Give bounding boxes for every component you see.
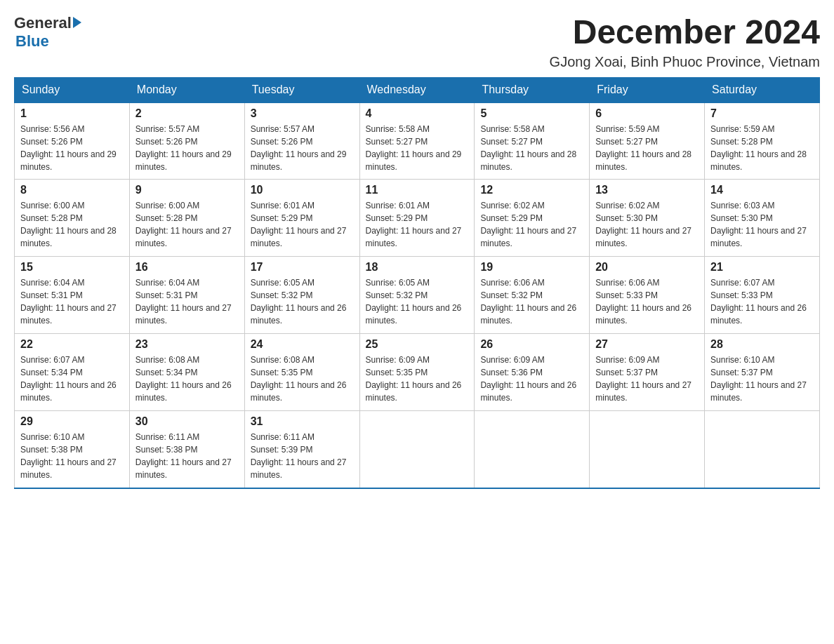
logo-general: General bbox=[14, 14, 72, 32]
day-number: 19 bbox=[480, 261, 583, 274]
day-number: 8 bbox=[20, 184, 124, 196]
day-info: Sunrise: 6:00 AMSunset: 5:28 PMDaylight:… bbox=[135, 199, 239, 250]
day-info: Sunrise: 6:04 AMSunset: 5:31 PMDaylight:… bbox=[135, 276, 239, 327]
calendar-week-row: 1Sunrise: 5:56 AMSunset: 5:26 PMDaylight… bbox=[15, 102, 820, 180]
month-title: December 2024 bbox=[550, 14, 820, 51]
calendar-cell: 4Sunrise: 5:58 AMSunset: 5:27 PMDaylight… bbox=[359, 102, 475, 180]
day-number: 26 bbox=[480, 338, 583, 351]
calendar-cell: 8Sunrise: 6:00 AMSunset: 5:28 PMDaylight… bbox=[15, 180, 130, 257]
calendar-cell: 15Sunrise: 6:04 AMSunset: 5:31 PMDayligh… bbox=[15, 257, 130, 334]
day-info: Sunrise: 6:05 AMSunset: 5:32 PMDaylight:… bbox=[251, 276, 354, 327]
day-number: 31 bbox=[251, 415, 354, 428]
calendar-header-tuesday: Tuesday bbox=[244, 77, 359, 102]
calendar-cell: 17Sunrise: 6:05 AMSunset: 5:32 PMDayligh… bbox=[244, 257, 359, 334]
day-number: 16 bbox=[135, 261, 239, 274]
calendar-cell: 24Sunrise: 6:08 AMSunset: 5:35 PMDayligh… bbox=[244, 334, 359, 411]
day-number: 18 bbox=[366, 261, 469, 274]
day-info: Sunrise: 6:03 AMSunset: 5:30 PMDaylight:… bbox=[710, 199, 814, 250]
day-number: 21 bbox=[710, 261, 814, 274]
location-title: GJong Xoai, Binh Phuoc Province, Vietnam bbox=[550, 54, 820, 70]
day-number: 28 bbox=[710, 338, 814, 351]
calendar-cell: 14Sunrise: 6:03 AMSunset: 5:30 PMDayligh… bbox=[705, 180, 820, 257]
day-number: 10 bbox=[251, 184, 354, 196]
calendar-cell: 22Sunrise: 6:07 AMSunset: 5:34 PMDayligh… bbox=[15, 334, 130, 411]
day-info: Sunrise: 6:04 AMSunset: 5:31 PMDaylight:… bbox=[20, 276, 124, 327]
calendar-cell: 11Sunrise: 6:01 AMSunset: 5:29 PMDayligh… bbox=[359, 180, 475, 257]
calendar-cell: 9Sunrise: 6:00 AMSunset: 5:28 PMDaylight… bbox=[129, 180, 244, 257]
day-info: Sunrise: 6:06 AMSunset: 5:33 PMDaylight:… bbox=[595, 276, 699, 327]
day-info: Sunrise: 6:02 AMSunset: 5:29 PMDaylight:… bbox=[480, 199, 583, 250]
day-info: Sunrise: 5:58 AMSunset: 5:27 PMDaylight:… bbox=[480, 123, 583, 173]
calendar-week-row: 15Sunrise: 6:04 AMSunset: 5:31 PMDayligh… bbox=[15, 257, 820, 334]
day-info: Sunrise: 5:58 AMSunset: 5:27 PMDaylight:… bbox=[366, 123, 469, 173]
calendar-cell: 26Sunrise: 6:09 AMSunset: 5:36 PMDayligh… bbox=[475, 334, 590, 411]
calendar-table: SundayMondayTuesdayWednesdayThursdayFrid… bbox=[14, 77, 820, 489]
calendar-week-row: 22Sunrise: 6:07 AMSunset: 5:34 PMDayligh… bbox=[15, 334, 820, 411]
day-info: Sunrise: 6:05 AMSunset: 5:32 PMDaylight:… bbox=[366, 276, 469, 327]
day-info: Sunrise: 6:10 AMSunset: 5:38 PMDaylight:… bbox=[20, 431, 124, 481]
calendar-cell: 2Sunrise: 5:57 AMSunset: 5:26 PMDaylight… bbox=[129, 102, 244, 180]
day-number: 12 bbox=[480, 184, 583, 196]
calendar-cell: 31Sunrise: 6:11 AMSunset: 5:39 PMDayligh… bbox=[244, 411, 359, 488]
calendar-header-friday: Friday bbox=[590, 77, 705, 102]
calendar-cell: 30Sunrise: 6:11 AMSunset: 5:38 PMDayligh… bbox=[129, 411, 244, 488]
calendar-cell: 28Sunrise: 6:10 AMSunset: 5:37 PMDayligh… bbox=[705, 334, 820, 411]
calendar-cell: 3Sunrise: 5:57 AMSunset: 5:26 PMDaylight… bbox=[244, 102, 359, 180]
day-number: 2 bbox=[135, 107, 239, 120]
logo: General Blue bbox=[14, 14, 81, 51]
day-number: 27 bbox=[595, 338, 699, 351]
calendar-cell: 5Sunrise: 5:58 AMSunset: 5:27 PMDaylight… bbox=[475, 102, 590, 180]
day-info: Sunrise: 5:59 AMSunset: 5:27 PMDaylight:… bbox=[595, 123, 699, 173]
calendar-cell: 19Sunrise: 6:06 AMSunset: 5:32 PMDayligh… bbox=[475, 257, 590, 334]
calendar-cell: 29Sunrise: 6:10 AMSunset: 5:38 PMDayligh… bbox=[15, 411, 130, 488]
day-number: 3 bbox=[251, 107, 354, 120]
calendar-cell: 7Sunrise: 5:59 AMSunset: 5:28 PMDaylight… bbox=[705, 102, 820, 180]
day-number: 9 bbox=[135, 184, 239, 196]
day-info: Sunrise: 6:06 AMSunset: 5:32 PMDaylight:… bbox=[480, 276, 583, 327]
day-info: Sunrise: 6:11 AMSunset: 5:39 PMDaylight:… bbox=[251, 431, 354, 481]
day-info: Sunrise: 6:07 AMSunset: 5:34 PMDaylight:… bbox=[20, 354, 124, 404]
day-number: 17 bbox=[251, 261, 354, 274]
day-number: 25 bbox=[366, 338, 469, 351]
calendar-header-row: SundayMondayTuesdayWednesdayThursdayFrid… bbox=[15, 77, 820, 102]
day-info: Sunrise: 6:02 AMSunset: 5:30 PMDaylight:… bbox=[595, 199, 699, 250]
calendar-cell bbox=[475, 411, 590, 488]
day-info: Sunrise: 5:57 AMSunset: 5:26 PMDaylight:… bbox=[251, 123, 354, 173]
day-number: 7 bbox=[710, 107, 814, 120]
day-number: 24 bbox=[251, 338, 354, 351]
day-number: 20 bbox=[595, 261, 699, 274]
day-info: Sunrise: 6:09 AMSunset: 5:35 PMDaylight:… bbox=[366, 354, 469, 404]
calendar-cell: 10Sunrise: 6:01 AMSunset: 5:29 PMDayligh… bbox=[244, 180, 359, 257]
calendar-header-wednesday: Wednesday bbox=[359, 77, 475, 102]
calendar-cell: 23Sunrise: 6:08 AMSunset: 5:34 PMDayligh… bbox=[129, 334, 244, 411]
day-number: 11 bbox=[366, 184, 469, 196]
day-info: Sunrise: 6:07 AMSunset: 5:33 PMDaylight:… bbox=[710, 276, 814, 327]
day-number: 30 bbox=[135, 415, 239, 428]
calendar-header-sunday: Sunday bbox=[15, 77, 130, 102]
day-info: Sunrise: 6:00 AMSunset: 5:28 PMDaylight:… bbox=[20, 199, 124, 250]
title-section: December 2024 GJong Xoai, Binh Phuoc Pro… bbox=[550, 14, 820, 70]
day-info: Sunrise: 5:57 AMSunset: 5:26 PMDaylight:… bbox=[135, 123, 239, 173]
calendar-header-thursday: Thursday bbox=[475, 77, 590, 102]
day-number: 6 bbox=[595, 107, 699, 120]
calendar-cell: 20Sunrise: 6:06 AMSunset: 5:33 PMDayligh… bbox=[590, 257, 705, 334]
day-number: 22 bbox=[20, 338, 124, 351]
day-info: Sunrise: 6:08 AMSunset: 5:34 PMDaylight:… bbox=[135, 354, 239, 404]
calendar-cell bbox=[705, 411, 820, 488]
calendar-cell: 12Sunrise: 6:02 AMSunset: 5:29 PMDayligh… bbox=[475, 180, 590, 257]
logo-blue: Blue bbox=[15, 32, 81, 51]
day-info: Sunrise: 6:08 AMSunset: 5:35 PMDaylight:… bbox=[251, 354, 354, 404]
calendar-week-row: 8Sunrise: 6:00 AMSunset: 5:28 PMDaylight… bbox=[15, 180, 820, 257]
calendar-cell: 27Sunrise: 6:09 AMSunset: 5:37 PMDayligh… bbox=[590, 334, 705, 411]
day-number: 5 bbox=[480, 107, 583, 120]
calendar-cell: 1Sunrise: 5:56 AMSunset: 5:26 PMDaylight… bbox=[15, 102, 130, 180]
logo-arrow-icon bbox=[73, 17, 81, 28]
day-info: Sunrise: 6:09 AMSunset: 5:36 PMDaylight:… bbox=[480, 354, 583, 404]
day-info: Sunrise: 5:56 AMSunset: 5:26 PMDaylight:… bbox=[20, 123, 124, 173]
page-header: General Blue December 2024 GJong Xoai, B… bbox=[14, 14, 820, 70]
day-number: 15 bbox=[20, 261, 124, 274]
calendar-cell: 25Sunrise: 6:09 AMSunset: 5:35 PMDayligh… bbox=[359, 334, 475, 411]
calendar-week-row: 29Sunrise: 6:10 AMSunset: 5:38 PMDayligh… bbox=[15, 411, 820, 488]
day-number: 1 bbox=[20, 107, 124, 120]
calendar-header-saturday: Saturday bbox=[705, 77, 820, 102]
